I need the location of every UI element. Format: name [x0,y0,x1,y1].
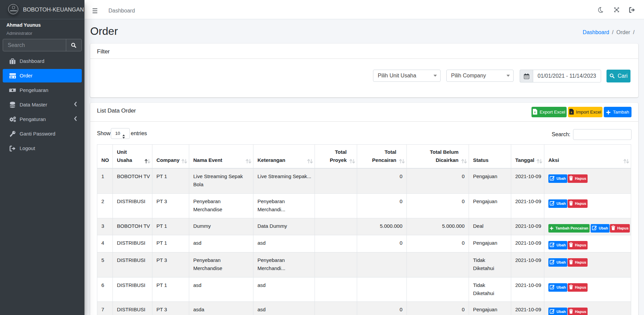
svg-text:x: x [571,111,572,114]
svg-text:x: x [534,111,536,114]
